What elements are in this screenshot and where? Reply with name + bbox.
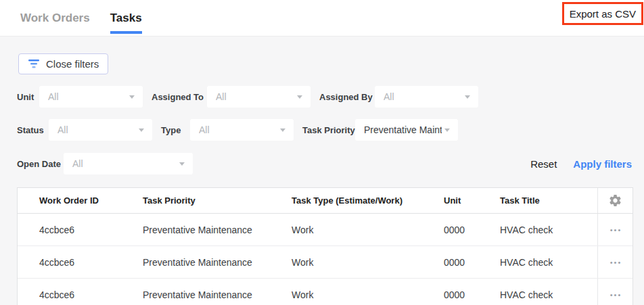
- top-tab-bar: Work Orders Tasks Export as CSV: [0, 0, 644, 37]
- row-actions-cell: •••: [597, 246, 632, 278]
- chevron-down-icon: [280, 128, 285, 132]
- tasks-page: { "header": { "tabs": [ { "label": "Work…: [0, 0, 644, 305]
- cell-unit: 0000: [439, 257, 500, 268]
- close-filters-button[interactable]: Close filters: [18, 53, 108, 74]
- status-filter-label: Status: [17, 125, 49, 135]
- cell-task-type: Work: [292, 289, 439, 300]
- row-actions-cell: •••: [597, 279, 632, 305]
- unit-filter-label: Unit: [17, 92, 39, 102]
- active-tab-indicator: [110, 31, 142, 34]
- row-actions-cell: •••: [597, 214, 632, 245]
- filter-row-1: Unit All Assigned To All Assigned By All: [17, 86, 633, 108]
- page-body: Close filters Unit All Assigned To All A…: [0, 37, 644, 305]
- assigned-by-filter-value: All: [384, 91, 394, 102]
- filter-field-task-priority: Task Priority Preventative Maintenance: [302, 119, 458, 141]
- cell-task-type: Work: [292, 225, 439, 235]
- export-csv-button[interactable]: Export as CSV: [562, 2, 643, 25]
- more-actions-button[interactable]: •••: [598, 246, 632, 278]
- more-actions-icon: •••: [610, 291, 622, 299]
- table-row[interactable]: 4ccbce6 Preventative Maintenance Work 00…: [18, 246, 632, 279]
- task-priority-filter-label: Task Priority: [302, 125, 355, 135]
- filter-icon: [28, 60, 40, 68]
- more-actions-button[interactable]: •••: [598, 214, 632, 245]
- cell-task-priority: Preventative Maintenance: [143, 225, 292, 235]
- filter-field-open-date: Open Date All: [17, 153, 193, 174]
- table-row[interactable]: 4ccbce6 Preventative Maintenance Work 00…: [18, 279, 632, 305]
- assigned-to-filter-label: Assigned To: [152, 92, 207, 102]
- close-filters-label: Close filters: [46, 58, 99, 70]
- column-settings-cell: [597, 188, 632, 213]
- status-filter-value: All: [58, 124, 68, 135]
- reset-filters-button[interactable]: Reset: [530, 158, 557, 170]
- more-actions-icon: •••: [610, 258, 622, 266]
- tab-work-orders-label: Work Orders: [20, 11, 90, 25]
- export-csv-label: Export as CSV: [570, 8, 636, 20]
- filter-field-type: Type All: [161, 119, 294, 141]
- cell-task-type: Work: [292, 257, 439, 268]
- tab-work-orders[interactable]: Work Orders: [20, 0, 90, 36]
- chevron-down-icon: [444, 128, 450, 132]
- cell-task-title: HVAC check: [500, 257, 597, 268]
- open-date-filter-label: Open Date: [17, 159, 64, 169]
- chevron-down-icon: [139, 128, 144, 132]
- cell-task-title: HVAC check: [500, 225, 597, 235]
- chevron-down-icon: [179, 162, 185, 166]
- type-filter-value: All: [199, 124, 210, 135]
- col-header-task-title: Task Title: [500, 195, 597, 206]
- col-header-work-order-id: Work Order ID: [39, 195, 143, 206]
- cell-work-order-id: 4ccbce6: [39, 257, 143, 268]
- chevron-down-icon: [465, 95, 470, 99]
- cell-work-order-id: 4ccbce6: [39, 225, 143, 235]
- tasks-table: Work Order ID Task Priority Task Type (E…: [17, 187, 633, 305]
- type-filter-label: Type: [161, 125, 190, 135]
- open-date-filter-select[interactable]: All: [64, 153, 193, 174]
- assigned-by-filter-select[interactable]: All: [375, 86, 478, 108]
- status-filter-select[interactable]: All: [49, 119, 152, 141]
- more-actions-icon: •••: [610, 226, 622, 234]
- cell-task-priority: Preventative Maintenance: [143, 289, 292, 300]
- filter-field-assigned-to: Assigned To All: [152, 86, 310, 108]
- assigned-to-filter-select[interactable]: All: [207, 86, 310, 108]
- table-row[interactable]: 4ccbce6 Preventative Maintenance Work 00…: [18, 214, 632, 246]
- settings-gear-icon: [608, 193, 622, 208]
- task-priority-filter-select[interactable]: Preventative Maintenance: [355, 119, 458, 141]
- task-priority-filter-value: Preventative Maintenance: [364, 124, 442, 135]
- chevron-down-icon: [129, 95, 135, 99]
- cell-unit: 0000: [439, 225, 500, 235]
- col-header-unit: Unit: [439, 195, 500, 206]
- unit-filter-select[interactable]: All: [39, 86, 143, 108]
- filter-field-unit: Unit All: [17, 86, 143, 108]
- open-date-filter-value: All: [72, 158, 83, 169]
- filter-row-2: Status All Type All Task Priority Preven…: [17, 119, 633, 141]
- tab-tasks[interactable]: Tasks: [110, 0, 142, 36]
- cell-task-title: HVAC check: [500, 289, 597, 300]
- apply-filters-button[interactable]: Apply filters: [573, 158, 632, 170]
- assigned-to-filter-value: All: [216, 91, 227, 102]
- col-header-task-type: Task Type (Estimate/Work): [292, 195, 439, 206]
- filter-field-assigned-by: Assigned By All: [319, 86, 478, 108]
- filter-field-status: Status All: [17, 119, 152, 141]
- type-filter-select[interactable]: All: [190, 119, 294, 141]
- unit-filter-value: All: [48, 91, 59, 102]
- filter-row-3: Open Date All Reset Apply filters: [17, 153, 633, 174]
- column-settings-button[interactable]: [598, 188, 632, 213]
- chevron-down-icon: [297, 95, 302, 99]
- tab-tasks-label: Tasks: [110, 11, 142, 25]
- table-header-row: Work Order ID Task Priority Task Type (E…: [18, 188, 632, 214]
- cell-unit: 0000: [439, 289, 500, 300]
- assigned-by-filter-label: Assigned By: [319, 92, 375, 102]
- col-header-task-priority: Task Priority: [143, 195, 292, 206]
- filter-actions: Reset Apply filters: [530, 158, 633, 170]
- cell-work-order-id: 4ccbce6: [39, 289, 143, 300]
- more-actions-button[interactable]: •••: [598, 279, 632, 305]
- cell-task-priority: Preventative Maintenance: [143, 257, 292, 268]
